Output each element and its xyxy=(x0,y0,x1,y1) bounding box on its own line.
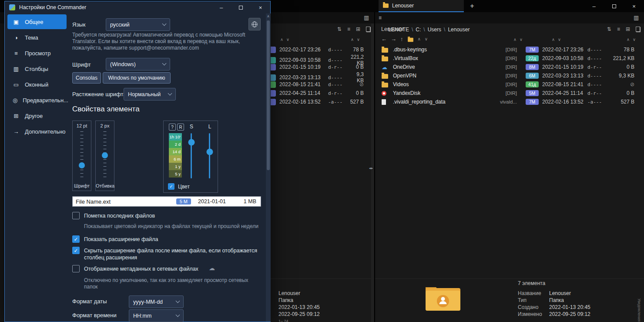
pane-divider-grip[interactable]: ◂ ▸ xyxy=(369,166,373,170)
hide-extension-checkbox[interactable] xyxy=(72,247,80,254)
file-row[interactable]: YandexDisk [DIR] 5М 2022-04-25 11:14 d-r… xyxy=(375,89,641,97)
sort-desc-icon[interactable]: ∨ xyxy=(558,37,561,42)
close-button[interactable]: × xyxy=(624,0,644,12)
breadcrumb-item[interactable]: Lenouser xyxy=(448,27,470,33)
file-row[interactable]: 2022-03-23 13:13 d---- 9,3 KB xyxy=(270,71,374,80)
sidebar-item-other[interactable]: ⊞ Другое xyxy=(7,108,67,123)
copy-path-icon[interactable] xyxy=(366,27,371,32)
file-row[interactable]: 2022-08-15 21:41 d---- ⊘ xyxy=(270,80,374,89)
minimize-button[interactable]: – xyxy=(211,1,231,13)
file-date: 2022-08-15 21:41 xyxy=(279,81,323,87)
sidebar-item-view[interactable]: ≡ Просмотр xyxy=(7,46,67,60)
sort-desc-icon[interactable]: ∨ xyxy=(425,37,428,41)
columns-icon[interactable]: ▥ xyxy=(364,14,369,21)
add-pane-icon[interactable]: ⊞ xyxy=(356,26,360,32)
pane-divider[interactable] xyxy=(374,12,375,322)
columns-icon[interactable]: ▥ xyxy=(634,14,639,21)
maximize-button[interactable] xyxy=(231,1,251,13)
up-icon[interactable]: ↑ xyxy=(400,36,403,42)
font-dropdown[interactable]: (Windows) xyxy=(106,58,170,70)
file-row[interactable]: 2022-02-17 23:26 d---- 78 B xyxy=(270,45,374,54)
help-button[interactable]: ? xyxy=(169,124,176,131)
translate-button[interactable] xyxy=(248,18,261,30)
time-format-dropdown[interactable]: HH:mm xyxy=(129,309,184,322)
sort-asc-icon[interactable]: ∧ xyxy=(418,37,421,41)
maximize-button[interactable] xyxy=(604,0,624,12)
file-row[interactable]: .vivaldi_reporting_data vivald... 7М 202… xyxy=(375,97,641,106)
network-metadata-checkbox[interactable] xyxy=(72,265,80,272)
sidebar-item-advanced[interactable]: → Дополнительно xyxy=(7,124,67,139)
sidebar-item-window[interactable]: ▭ Оконный xyxy=(7,77,67,92)
view-options-icon[interactable]: ≡ xyxy=(347,26,350,32)
show-extension-checkbox[interactable] xyxy=(72,235,80,243)
sort-asc-icon[interactable]: ∧ xyxy=(280,37,283,42)
sort-icon[interactable]: ⇅ xyxy=(607,26,611,32)
sort-asc-icon[interactable]: ∧ xyxy=(552,37,555,42)
sort-desc-icon[interactable]: ∨ xyxy=(633,37,636,42)
left-pane-scrollbar[interactable] xyxy=(371,23,374,322)
date-format-dropdown[interactable]: yyyy-MM-dd xyxy=(129,295,184,308)
saturation-label: S xyxy=(188,124,195,130)
new-tab-button[interactable]: + xyxy=(466,0,478,12)
file-row[interactable]: 2022-09-03 10:58 d---- 221,2 KB xyxy=(270,54,374,63)
add-pane-icon[interactable]: ⊞ xyxy=(626,26,630,32)
file-attrs: d---- xyxy=(587,47,605,53)
tab-lenouser[interactable]: Lenouser xyxy=(379,0,464,12)
detail-value: 2022-01-13 20:45 xyxy=(278,304,320,311)
sort-asc-icon[interactable]: ∧ xyxy=(627,37,630,42)
notifications-label[interactable]: Уведомления xyxy=(637,299,641,322)
file-row[interactable]: 2022-02-16 13:52 -a--- 527 B xyxy=(270,97,374,106)
padding-slider-thumb[interactable] xyxy=(102,152,108,158)
saturation-slider-thumb[interactable] xyxy=(188,139,195,146)
settings-scrollbar-thumb[interactable] xyxy=(267,20,270,170)
reset-button[interactable]: R xyxy=(177,124,184,131)
file-row[interactable]: .VirtualBox [DIR] 22д 2022-09-03 10:58 d… xyxy=(375,54,641,63)
file-size-blocked-icon: ⊘ xyxy=(348,81,364,87)
chevron-down-icon xyxy=(176,299,180,303)
language-dropdown[interactable]: русский xyxy=(106,18,170,31)
age-badge-fragment xyxy=(271,99,276,105)
close-button[interactable]: × xyxy=(251,1,270,13)
back-icon[interactable]: ← xyxy=(381,36,387,42)
luminance-slider-thumb[interactable] xyxy=(206,149,213,155)
minimize-button[interactable]: – xyxy=(584,0,604,12)
file-row[interactable]: 2022-01-15 10:19 d-r-- 0 B xyxy=(270,63,374,71)
sort-asc-icon[interactable]: ∧ xyxy=(351,37,354,42)
copy-path-icon[interactable] xyxy=(636,27,641,32)
sort-desc-icon[interactable]: ∨ xyxy=(286,37,289,42)
recent-locations-icon[interactable]: ≡ xyxy=(379,15,382,21)
font-stretch-dropdown[interactable]: Нормальный xyxy=(124,88,176,101)
sort-desc-icon[interactable]: ∨ xyxy=(357,37,360,42)
slider-track[interactable] xyxy=(80,131,84,180)
windows-default-button[interactable]: Windows по умолчанию xyxy=(103,72,171,84)
forward-icon[interactable]: → xyxy=(391,36,396,42)
scroll-up-icon[interactable]: ∧ xyxy=(266,14,271,18)
folder-icon xyxy=(382,74,388,79)
file-row[interactable]: .dbus-keyrings [DIR] 7М 2022-02-17 23:26… xyxy=(375,45,641,54)
consolas-button[interactable]: Consolas xyxy=(72,72,101,84)
sort-icon[interactable]: ⇅ xyxy=(337,26,342,32)
language-label: Язык xyxy=(72,21,85,28)
mark-recent-files-checkbox[interactable] xyxy=(72,212,80,219)
breadcrumb-item[interactable]: Users xyxy=(428,27,441,33)
folder-tree-icon[interactable] xyxy=(408,37,413,41)
view-options-icon[interactable]: ≡ xyxy=(617,26,620,32)
sidebar-item-general[interactable]: ▣ Общее xyxy=(7,14,67,29)
font-size-slider-thumb[interactable] xyxy=(79,162,85,168)
file-attrs: d---- xyxy=(587,82,605,87)
sort-asc-icon[interactable]: ∧ xyxy=(513,37,517,42)
checkbox-label: Отображение метаданных в сетевых файлах xyxy=(84,265,198,272)
sidebar-item-preview[interactable]: ◎ Предварительн... xyxy=(7,93,67,107)
file-row[interactable]: ☁ OneDrive [DIR] 8М 2022-01-15 10:19 d-r… xyxy=(375,63,641,71)
luminance-slider[interactable] xyxy=(209,133,210,178)
file-row[interactable]: 2022-04-25 11:14 d-r-- 0 B xyxy=(270,89,374,97)
file-row[interactable]: Videos [DIR] 41д 2022-08-15 21:41 d---- … xyxy=(375,80,641,89)
file-row[interactable]: OpenVPN [DIR] 6М 2022-03-23 13:13 d---- … xyxy=(375,71,641,80)
globe-icon xyxy=(251,21,258,28)
file-size: 0 B xyxy=(608,64,634,70)
sort-desc-icon[interactable]: ∨ xyxy=(520,37,523,42)
color-checkbox[interactable] xyxy=(168,183,174,190)
sidebar-item-theme[interactable]: ◑ Тема xyxy=(7,30,67,45)
breadcrumb-item[interactable]: C: xyxy=(416,27,421,33)
sidebar-item-columns[interactable]: ▥ Столбцы xyxy=(7,61,67,76)
